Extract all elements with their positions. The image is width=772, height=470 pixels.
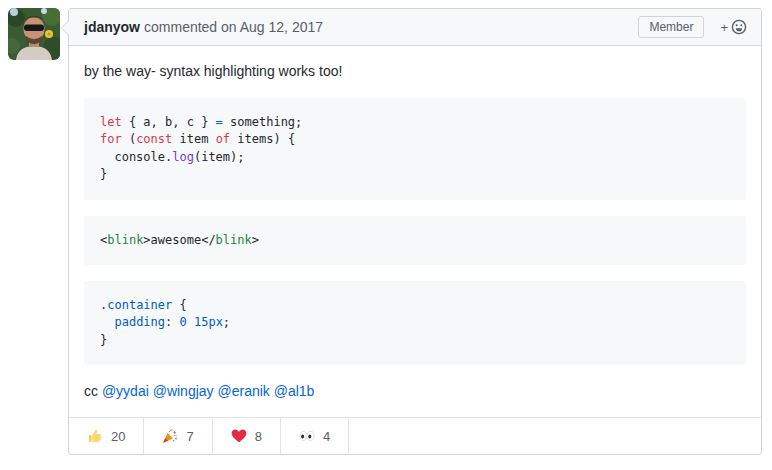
mention-link[interactable]: @wingjay xyxy=(153,383,214,399)
mention-link[interactable]: @al1b xyxy=(274,383,315,399)
comment-card: jdanyow commented on Aug 12, 2017 Member… xyxy=(68,8,762,455)
avatar-image xyxy=(8,8,60,60)
reaction-thumbs-up-button[interactable]: 20 xyxy=(69,418,144,454)
reaction-tada-button[interactable]: 7 xyxy=(144,418,212,454)
code-block-css: .container { padding: 0 15px;} xyxy=(84,281,746,365)
reaction-count: 8 xyxy=(255,429,262,444)
smiley-icon xyxy=(731,19,747,35)
comment-body: by the way- syntax highlighting works to… xyxy=(69,46,761,417)
reaction-eyes-button[interactable]: 4 xyxy=(281,418,349,454)
reaction-count: 7 xyxy=(186,429,193,444)
eyes-icon xyxy=(299,428,315,444)
reaction-heart-button[interactable]: 8 xyxy=(213,418,281,454)
cc-prefix: cc xyxy=(84,383,98,399)
avatar[interactable] xyxy=(8,8,60,60)
comment-header: jdanyow commented on Aug 12, 2017 Member… xyxy=(69,9,761,46)
reaction-count: 4 xyxy=(323,429,330,444)
code-block-html: <blink>awesome</blink> xyxy=(84,216,746,265)
comment-text: by the way- syntax highlighting works to… xyxy=(84,61,746,82)
reactions-bar: 20 7 8 4 xyxy=(69,417,761,454)
thumbs-up-icon xyxy=(87,428,103,444)
comment-meta: commented on Aug 12, 2017 xyxy=(144,19,323,35)
code-block-javascript: let { a, b, c } = something;for (const i… xyxy=(84,98,746,200)
mention-link[interactable]: @yydai xyxy=(102,383,149,399)
mention-link[interactable]: @eranik xyxy=(217,383,269,399)
add-reaction-button[interactable]: + xyxy=(716,19,751,35)
tada-icon xyxy=(162,428,178,444)
author-link[interactable]: jdanyow xyxy=(84,19,140,35)
cc-line: cc @yydai @wingjay @eranik @al1b xyxy=(84,381,746,402)
plus-sign: + xyxy=(720,21,728,34)
member-badge: Member xyxy=(638,16,704,38)
reaction-count: 20 xyxy=(111,429,125,444)
heart-icon xyxy=(231,428,247,444)
